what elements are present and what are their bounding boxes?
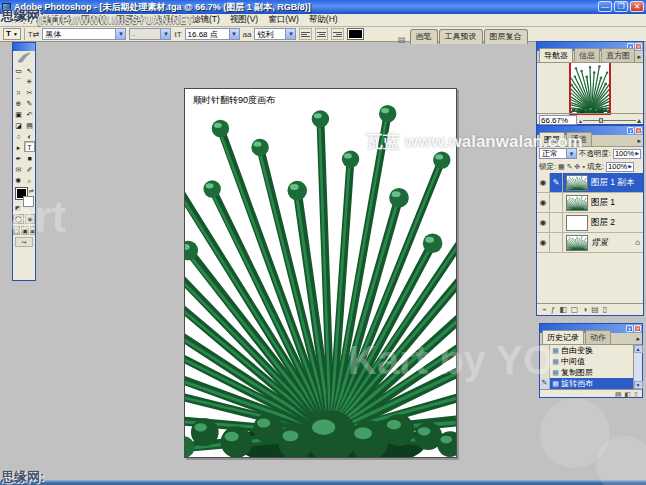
palette-well-tab-2[interactable]: 图层复合 (484, 29, 528, 44)
layer-row-0[interactable]: ◉✎图层 1 副本 (537, 173, 643, 193)
tab-layers-0[interactable]: 图层 (539, 132, 565, 146)
history-brush-well[interactable]: ✎ (540, 378, 550, 389)
delete-state-icon[interactable]: ▯ (634, 391, 638, 399)
navigator-zoom-slider[interactable]: ▴ ▴ (579, 116, 641, 125)
fill-field[interactable]: 100% ▶ (606, 162, 634, 172)
close-button[interactable]: ✕ (630, 1, 644, 12)
visibility-toggle[interactable]: ◉ (537, 193, 550, 212)
menu-item-7[interactable]: 窗口(W) (263, 14, 304, 26)
close-icon[interactable]: ✕ (635, 43, 642, 50)
jump-to-imageready-button[interactable]: ↪ (15, 237, 33, 247)
menu-item-3[interactable]: 图层(L) (111, 14, 148, 26)
history-state-0[interactable]: ▦自由变换 (540, 345, 633, 356)
rectangular-marquee-tool[interactable]: ▭ (13, 64, 24, 75)
palette-well-tab-0[interactable]: 画笔 (410, 29, 438, 44)
new-document-from-state-icon[interactable]: ▤ (615, 391, 622, 399)
adjustment-layer-icon[interactable]: ◑ (582, 305, 587, 314)
tab-layers-1[interactable]: 通道 (566, 132, 592, 146)
font-size-select[interactable]: 16.68 点 ▼ (185, 28, 240, 40)
align-center-button[interactable] (315, 28, 328, 40)
lock-icon-3[interactable]: ▪ (582, 163, 584, 171)
dodge-tool[interactable]: ◐ (24, 130, 35, 141)
collapse-icon[interactable]: ▾ (627, 127, 634, 134)
history-brush-tool[interactable]: ↶ (24, 108, 35, 119)
layer-row-3[interactable]: ◉背景⌂ (537, 233, 643, 253)
slider-track[interactable] (583, 120, 636, 121)
zoom-tool[interactable]: ⌕ (24, 174, 35, 185)
history-brush-well[interactable] (540, 367, 550, 378)
default-colors-icon[interactable]: ◩ (15, 204, 21, 211)
panel-menu-icon[interactable]: ▸ (637, 137, 641, 145)
history-scrollbar[interactable]: ▲ ▼ (633, 345, 642, 389)
visibility-toggle[interactable]: ◉ (537, 233, 550, 252)
path-selection-tool[interactable]: ▸ (13, 141, 24, 152)
eyedropper-tool[interactable]: ✐ (24, 163, 35, 174)
scroll-down-icon[interactable]: ▼ (634, 381, 643, 389)
panel-menu-icon[interactable]: ▸ (636, 335, 640, 343)
background-color-swatch[interactable] (23, 196, 34, 207)
history-state-3[interactable]: ✎▦旋转画布 (540, 378, 633, 389)
zoom-in-icon[interactable]: ▴ (637, 116, 641, 125)
text-color-swatch[interactable] (347, 28, 364, 40)
navigator-thumbnail[interactable] (571, 63, 609, 113)
menu-item-1[interactable]: 编辑(E) (38, 14, 76, 26)
layer-mask-icon[interactable]: ◧ (559, 305, 567, 314)
navigator-zoom-field[interactable]: 66.67% (539, 115, 577, 125)
standard-screen-button[interactable]: ▢ (13, 226, 21, 235)
tab-navigator-2[interactable]: 直方图 (601, 48, 635, 62)
swap-colors-icon[interactable]: ⇄ (29, 187, 34, 194)
healing-brush-tool[interactable]: ⊕ (13, 97, 24, 108)
lock-icon-2[interactable]: ✜ (575, 163, 581, 171)
fullscreen-button[interactable]: ■ (30, 226, 36, 235)
minimize-button[interactable]: — (598, 1, 612, 12)
lock-icon-0[interactable]: ▦ (558, 163, 565, 171)
lasso-tool[interactable]: ⌒ (13, 75, 24, 86)
layer-style-icon[interactable]: ƒ (551, 305, 555, 314)
menu-item-8[interactable]: 帮助(H) (304, 14, 343, 26)
layer-row-2[interactable]: ◉图层 2 (537, 213, 643, 233)
history-state-2[interactable]: ▦复制图层 (540, 367, 633, 378)
new-layer-icon[interactable]: ▤ (591, 305, 599, 314)
slice-tool[interactable]: ✂ (24, 86, 35, 97)
new-snapshot-icon[interactable]: ◧ (625, 391, 632, 399)
standard-mode-button[interactable]: ◯ (13, 214, 24, 224)
shape-tool[interactable]: ■ (24, 152, 35, 163)
align-right-button[interactable] (331, 28, 344, 40)
move-tool[interactable]: ↖ (24, 64, 35, 75)
font-family-select[interactable]: 黑体 ▼ (42, 28, 126, 40)
brush-tool[interactable]: ✎ (24, 97, 35, 108)
type-tool[interactable]: T (24, 141, 35, 152)
menu-item-6[interactable]: 视图(V) (225, 14, 263, 26)
zoom-out-icon[interactable]: ▴ (579, 117, 582, 124)
close-icon[interactable]: ✕ (634, 325, 641, 332)
menu-item-2[interactable]: 图像(I) (76, 14, 111, 26)
visibility-toggle[interactable]: ◉ (537, 173, 550, 192)
lock-icon-1[interactable]: ✎ (567, 163, 573, 171)
tab-navigator-0[interactable]: 导航器 (539, 48, 573, 62)
toolbox-title-bar[interactable] (13, 43, 35, 51)
palette-well-tab-1[interactable]: 工具预设 (439, 29, 483, 44)
menu-item-5[interactable]: 滤镜(T) (187, 14, 225, 26)
hand-tool[interactable]: ✺ (13, 174, 24, 185)
text-orientation-icon[interactable]: T⇄ (28, 30, 40, 39)
eraser-tool[interactable]: ◪ (13, 119, 24, 130)
restore-button[interactable]: ❐ (614, 1, 628, 12)
menu-item-0[interactable]: 文件(F) (0, 14, 38, 26)
document-canvas[interactable]: 顺时针翻转90度画布 (184, 88, 457, 458)
crop-tool[interactable]: ⌗ (13, 86, 24, 97)
notes-tool[interactable]: ✉ (13, 163, 24, 174)
tab-history-1[interactable]: 动作 (585, 330, 611, 344)
scroll-up-icon[interactable]: ▲ (634, 345, 643, 353)
panel-menu-icon[interactable]: ▸ (637, 53, 641, 61)
pen-tool[interactable]: ✒ (13, 152, 24, 163)
layer-set-icon[interactable]: ▢ (571, 305, 579, 314)
tool-preset-picker[interactable]: T ▼ (3, 28, 21, 40)
clone-stamp-tool[interactable]: ▣ (13, 108, 24, 119)
align-left-button[interactable] (299, 28, 312, 40)
menu-item-4[interactable]: 选择(S) (149, 14, 187, 26)
visibility-toggle[interactable]: ◉ (537, 213, 550, 232)
tab-navigator-1[interactable]: 信息 (574, 48, 600, 62)
blur-tool[interactable]: ○ (13, 130, 24, 141)
opacity-field[interactable]: 100% ▶ (613, 149, 641, 159)
history-brush-well[interactable] (540, 356, 550, 367)
